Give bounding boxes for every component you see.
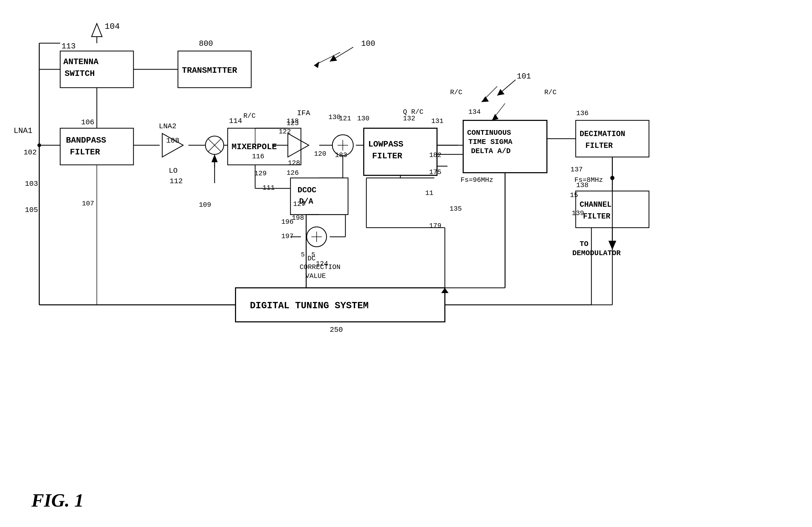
lbl-rc1: R/C [243,112,256,120]
lowpass-label2: FILTER [372,151,403,161]
lbl-137-t: 137 [570,166,583,174]
lbl-179-t: 179 [429,222,441,230]
lbl-121: 121 [339,115,351,122]
lbl-100-t: 100 [361,39,375,48]
lbl-rc2: R/C [450,88,462,96]
lbl-104: 104 [105,22,120,31]
lbl-182-t: 182 [429,151,441,159]
lbl-118: 118 [287,117,299,125]
dec-label2: FILTER [585,142,613,150]
lbl-111-t: 111 [262,184,275,192]
lbl-109-t: 109 [199,201,211,209]
lbl-105-t: 105 [25,206,38,214]
lbl-5a-t: 5 [302,200,305,207]
lbl-107-t: 107 [82,200,94,207]
ct-sigma-delta-block [463,120,547,173]
lbl-5c-t: 5 [301,251,305,258]
lbl-rc3: R/C [544,88,556,96]
lbl-103-t: 103 [25,180,38,188]
lbl-129-t: 129 [255,170,267,177]
lbl-114: 114 [229,117,242,125]
lbl-5b-t: 5 [311,251,315,258]
lbl-175-t: 175 [429,168,441,176]
transmitter-label: TRANSMITTER [182,66,237,75]
lbl-101-t: 101 [517,72,531,81]
chan-label1: CHANNEL [580,201,611,209]
lbl-250-t: 250 [330,326,343,334]
antenna-switch-label2: SWITCH [64,69,95,78]
lbl-130b: 130 [357,115,369,122]
lna1-label: LNA1 [14,127,32,135]
lbl-197-t: 197 [281,232,294,240]
lbl-134: 134 [468,108,481,116]
lbl-124: 124 [316,260,328,268]
lbl-11a-t: 11 [425,189,433,197]
bandpass-label1: BANDPASS [66,135,106,145]
mixerpole-label: MIXERPOLE [232,142,277,152]
lbl-135-t: 135 [450,205,462,213]
lbl-15-t: 15 [570,191,578,199]
bandpass-filter-block [60,128,133,165]
lbl-136: 136 [576,109,589,117]
lbl-102: 102 [24,148,37,157]
lbl-128-t: 128 [288,159,300,167]
decimation-filter-block [576,120,649,157]
dts-label: DIGITAL TUNING SYSTEM [250,301,369,311]
lbl-108: 108 [166,136,179,145]
lbl-fs96: Fs=96MHz [461,176,493,184]
ct-label2: TIME SIGMA [468,138,512,146]
lbl-112: 112 [170,177,183,185]
lbl-lo: LO [169,167,178,175]
bandpass-label2: FILTER [70,147,100,157]
to-demod-label1: TO [580,240,589,248]
figure-label: FIG. 1 [31,489,84,511]
antenna-switch-label: ANTENNA [63,57,99,67]
dc-corr-label3: VALUE [305,272,326,280]
lbl-126: 126 [287,169,299,177]
chan-label2: FILTER [583,212,610,221]
lbl-120: 120 [314,150,326,158]
dec-label1: DECIMATION [580,130,625,138]
dcoc-da-block [290,178,348,215]
lbl-198-t: 198 [292,214,304,222]
lowpass-label1: LOWPASS [368,140,403,149]
lbl-131-t: 131 [431,117,444,125]
lbl-106: 106 [81,118,94,127]
lbl-800: 800 [199,39,213,48]
to-demod-label2: DEMODULATOR [572,249,621,257]
lbl-139-t: 139 [572,209,584,217]
ct-label3: DELTA A/D [471,147,510,155]
lna2-label: LNA2 [159,122,176,130]
svg-point-87 [38,143,41,147]
lbl-138: 138 [576,181,589,189]
dcoc-label1: DCOC [298,186,316,195]
lbl-130: 130 [329,113,341,121]
lbl-122: 122 [279,128,291,135]
lbl-183-t: 183 [335,151,347,159]
lbl-ifa: IFA [297,109,310,117]
ct-label1: CONTINUOUS [467,129,511,137]
lbl-113: 113 [61,42,76,51]
lbl-132: 132 [403,115,415,122]
lbl-116-t: 116 [252,152,264,160]
